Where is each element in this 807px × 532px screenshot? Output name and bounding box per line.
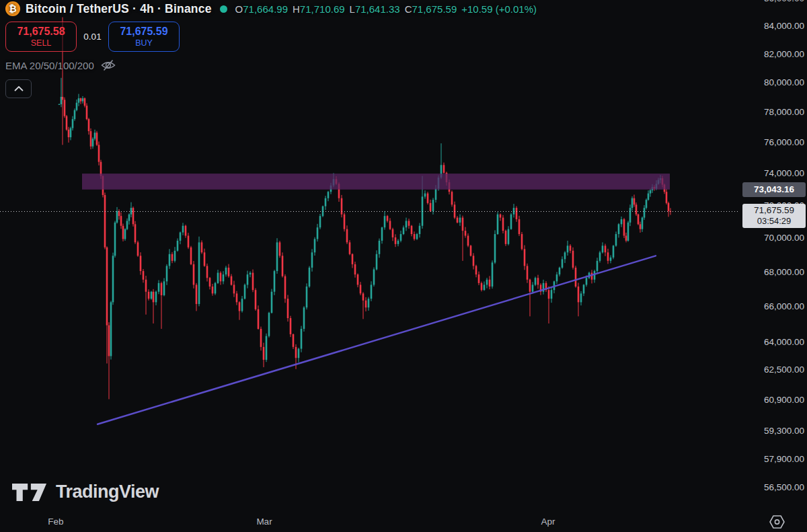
price-tick: 76,000.00 xyxy=(740,137,804,147)
candle-body xyxy=(432,200,434,211)
candle-body xyxy=(516,208,518,219)
candle-body xyxy=(180,233,182,241)
candle-body xyxy=(467,235,469,245)
candle-body xyxy=(521,234,523,249)
candle-body xyxy=(212,287,214,293)
candle-body xyxy=(122,226,124,239)
low-label: L xyxy=(350,3,355,15)
price-tick: 78,000.00 xyxy=(740,107,804,117)
candle-body xyxy=(161,283,163,295)
candle-body xyxy=(252,273,254,291)
candle-body xyxy=(217,273,219,283)
candle-body xyxy=(317,227,319,239)
candle-body xyxy=(489,280,491,287)
candle-body xyxy=(112,256,114,302)
candle-body xyxy=(174,251,176,261)
candle-body xyxy=(470,245,472,256)
tradingview-wordmark: TradingView xyxy=(56,482,159,502)
candle-body xyxy=(274,271,276,292)
buy-button[interactable]: 71,675.59 BUY xyxy=(108,22,180,52)
candle-body xyxy=(629,208,631,223)
candle-body xyxy=(411,226,413,234)
candle-body xyxy=(424,194,426,197)
candle-body xyxy=(435,188,437,200)
candle-body xyxy=(387,216,389,221)
candle-body xyxy=(605,245,607,252)
zone-price-badge: 73,043.16 xyxy=(742,182,806,197)
candle-body xyxy=(586,278,588,284)
candle-body xyxy=(492,262,494,287)
candle-body xyxy=(513,208,515,215)
candle-body xyxy=(607,252,609,261)
candle-body xyxy=(443,165,445,173)
sell-button[interactable]: 71,675.58 SELL xyxy=(5,22,77,52)
candle-body xyxy=(293,334,295,347)
price-tick: 56,500.00 xyxy=(740,482,804,492)
spread-value: 0.01 xyxy=(77,32,108,42)
time-axis[interactable]: FebMarApr xyxy=(0,511,807,532)
candle-body xyxy=(247,274,249,284)
candle-body xyxy=(72,119,74,128)
candle-body xyxy=(529,280,531,292)
candle-body xyxy=(559,268,561,274)
candle-body xyxy=(615,234,617,245)
tradingview-chart-window: ₿ Bitcoin / TetherUS · 4h · Binance O71,… xyxy=(0,0,807,532)
candle-body xyxy=(638,215,640,225)
candle-body xyxy=(527,266,529,279)
candle-body xyxy=(311,252,313,268)
candle-body xyxy=(84,98,86,106)
order-panel: 71,675.58 SELL 0.01 71,675.59 BUY xyxy=(5,22,180,52)
ema-indicator-label[interactable]: EMA 20/50/100/200 xyxy=(5,60,94,71)
collapse-panel-button[interactable] xyxy=(5,79,32,98)
open-value: 71,664.99 xyxy=(243,3,288,15)
low-value: 71,641.33 xyxy=(355,3,400,15)
candle-body xyxy=(648,194,650,200)
candle-body xyxy=(78,98,80,103)
candle-body xyxy=(379,241,381,254)
candle-body xyxy=(650,190,652,194)
candle-body xyxy=(258,309,260,329)
candle-body xyxy=(631,198,633,208)
tradingview-logo[interactable]: TradingView xyxy=(12,482,159,502)
candle-body xyxy=(301,329,303,349)
candle-body xyxy=(209,278,211,287)
candle-body xyxy=(220,273,222,282)
candle-body xyxy=(233,284,235,293)
eye-hidden-icon[interactable] xyxy=(101,59,116,71)
candle-body xyxy=(473,256,475,266)
candle-body xyxy=(551,290,553,299)
candle-body xyxy=(497,215,499,234)
candle-body xyxy=(613,245,615,257)
candle-body xyxy=(494,234,496,262)
candle-body xyxy=(371,284,373,299)
candlestick-chart-canvas[interactable] xyxy=(0,0,807,532)
candle-body xyxy=(575,268,577,287)
symbol-title[interactable]: Bitcoin / TetherUS · 4h · Binance xyxy=(26,2,212,16)
candle-body xyxy=(185,226,187,236)
candle-body xyxy=(177,241,179,251)
candle-body xyxy=(381,227,383,241)
candle-body xyxy=(368,299,370,307)
price-tick: 82,000.00 xyxy=(740,49,804,59)
candle-body xyxy=(597,261,599,271)
candle-body xyxy=(66,116,68,130)
price-tick: 80,000.00 xyxy=(740,77,804,87)
candle-body xyxy=(70,128,72,138)
candle-body xyxy=(346,229,348,243)
candle-body xyxy=(74,110,76,119)
candle-body xyxy=(397,241,399,244)
candle-body xyxy=(116,211,118,223)
candle-body xyxy=(625,235,627,240)
candle-body xyxy=(502,218,504,231)
candle-body xyxy=(68,130,70,137)
candle-body xyxy=(228,268,230,276)
candle-body xyxy=(215,283,217,293)
price-tick: 59,300.00 xyxy=(740,426,804,436)
candle-body xyxy=(64,100,66,116)
candle-body xyxy=(408,221,410,225)
candle-body xyxy=(249,273,252,275)
candle-body xyxy=(140,256,142,271)
candle-body xyxy=(610,258,612,261)
price-axis[interactable]: 73,043.16 71,675.59 03:54:29 86,000.0084… xyxy=(740,0,807,511)
chart-header: ₿ Bitcoin / TetherUS · 4h · Binance O71,… xyxy=(5,1,537,16)
